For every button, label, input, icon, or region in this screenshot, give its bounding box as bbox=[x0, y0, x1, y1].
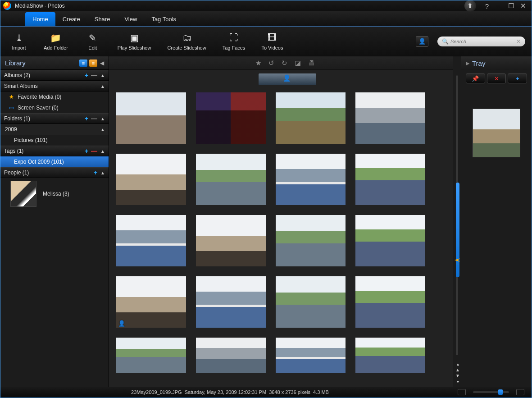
thumb[interactable] bbox=[196, 276, 266, 328]
thumb[interactable] bbox=[355, 154, 425, 205]
to-videos-label: To Videos bbox=[261, 45, 283, 50]
rotate-right-icon[interactable]: ↻ bbox=[282, 59, 287, 67]
thumb[interactable] bbox=[276, 154, 346, 205]
person-melissa[interactable]: Melissa (3) bbox=[0, 178, 109, 210]
clear-search-icon[interactable]: ✕ bbox=[516, 38, 521, 45]
scroll-down-icon[interactable]: ▼ bbox=[455, 373, 460, 378]
play-slideshow-button[interactable]: ▣Play Slideshow bbox=[114, 31, 155, 52]
menu-tag-tools[interactable]: Tag Tools bbox=[144, 12, 183, 26]
tray-thumbnail[interactable] bbox=[473, 109, 520, 157]
upload-icon[interactable]: ⬆ bbox=[464, 0, 476, 12]
close-button[interactable]: ✕ bbox=[520, 2, 526, 10]
menu-share[interactable]: Share bbox=[87, 12, 118, 26]
face-search-button[interactable]: 👤 bbox=[416, 36, 428, 47]
menu-view[interactable]: View bbox=[117, 12, 144, 26]
search-input[interactable] bbox=[450, 39, 516, 44]
collapse-sidebar-icon[interactable]: ◀ bbox=[100, 60, 104, 66]
chevron-up-icon: ▲ bbox=[100, 84, 105, 89]
thumb[interactable] bbox=[355, 92, 425, 144]
thumb[interactable] bbox=[196, 338, 266, 373]
status-filesize: 4.3 MB bbox=[313, 389, 329, 395]
thumb[interactable] bbox=[196, 154, 266, 205]
add-tag-icon[interactable]: + bbox=[85, 147, 88, 155]
thumb[interactable] bbox=[355, 338, 425, 373]
star-icon: ★ bbox=[8, 94, 15, 100]
thumb[interactable] bbox=[116, 338, 186, 373]
folders-label: Folders (1) bbox=[4, 115, 30, 122]
scroll-bottom-icon[interactable]: ▾ bbox=[457, 379, 459, 384]
remove-tag-icon[interactable]: — bbox=[91, 147, 97, 155]
tray-add-button[interactable]: + bbox=[508, 73, 527, 83]
compare-icon[interactable]: ◪ bbox=[295, 59, 301, 67]
fullscreen-icon[interactable] bbox=[516, 389, 524, 395]
albums-section[interactable]: Albums (2) +—▲ bbox=[0, 70, 109, 81]
print-icon[interactable]: 🖶 bbox=[308, 59, 315, 67]
thumb[interactable] bbox=[276, 215, 346, 266]
expand-tray-icon[interactable]: ▶ bbox=[466, 60, 469, 66]
tag-faces-icon: ⛶ bbox=[229, 32, 238, 43]
tray-pin-button[interactable]: 📌 bbox=[466, 73, 485, 83]
tags-section[interactable]: Tags (1) +—▲ bbox=[0, 146, 109, 156]
scroll-thumb[interactable] bbox=[456, 183, 459, 277]
scrollbar[interactable]: ▴ ▲ ▼ ▾ bbox=[453, 56, 461, 387]
film-icon: 🎞 bbox=[268, 32, 277, 43]
status-date: Saturday, May 23, 2009 12:02:31 PM bbox=[185, 389, 266, 395]
thumb[interactable] bbox=[355, 215, 425, 266]
sort-list-icon[interactable]: ≡ bbox=[79, 59, 87, 67]
edit-button[interactable]: ✎Edit bbox=[81, 31, 105, 52]
view-mode-icon[interactable] bbox=[458, 389, 466, 395]
favorite-media-item[interactable]: ★Favorite Media (0) bbox=[0, 91, 109, 102]
scroll-top-icon[interactable]: ▴ bbox=[457, 361, 459, 366]
chevron-up-icon: ▲ bbox=[100, 127, 105, 132]
partial-thumb[interactable] bbox=[259, 73, 316, 85]
screen-saver-item[interactable]: ▭Screen Saver (0) bbox=[0, 102, 109, 113]
folders-section[interactable]: Folders (1) +—▲ bbox=[0, 113, 109, 124]
minimize-button[interactable]: — bbox=[495, 2, 502, 10]
tag-faces-button[interactable]: ⛶Tag Faces bbox=[219, 31, 249, 52]
tray-title: Tray bbox=[472, 59, 485, 67]
thumb[interactable] bbox=[276, 92, 346, 144]
thumb[interactable] bbox=[196, 92, 266, 144]
menu-home[interactable]: Home bbox=[25, 12, 55, 26]
remove-folder-icon[interactable]: — bbox=[91, 115, 97, 122]
edit-label: Edit bbox=[88, 45, 97, 50]
zoom-slider[interactable] bbox=[473, 391, 509, 393]
add-person-icon[interactable]: + bbox=[94, 169, 97, 176]
thumb[interactable] bbox=[116, 154, 186, 205]
add-folder-icon[interactable]: + bbox=[85, 115, 88, 122]
chevron-up-icon: ▲ bbox=[100, 149, 105, 154]
tag-faces-label: Tag Faces bbox=[223, 45, 246, 50]
thumb[interactable] bbox=[116, 215, 186, 266]
add-folder-button[interactable]: 📁Add Folder bbox=[40, 31, 72, 52]
thumb[interactable] bbox=[116, 276, 186, 328]
thumb[interactable] bbox=[116, 92, 186, 144]
library-header: Library ≡ ≡ ◀ bbox=[0, 56, 109, 70]
thumb[interactable] bbox=[355, 276, 425, 328]
maximize-button[interactable]: ☐ bbox=[508, 2, 514, 10]
smart-albums-section[interactable]: Smart Albums ▲ bbox=[0, 81, 109, 91]
thumb[interactable] bbox=[276, 276, 346, 328]
people-section[interactable]: People (1) +▲ bbox=[0, 167, 109, 178]
search-box[interactable]: 🔍 ✕ bbox=[437, 37, 525, 46]
chevron-up-icon: ▲ bbox=[100, 116, 105, 121]
menu-create[interactable]: Create bbox=[55, 12, 87, 26]
help-button[interactable]: ? bbox=[485, 2, 489, 10]
thumb[interactable] bbox=[196, 215, 266, 266]
sort-tags-icon[interactable]: ≡ bbox=[89, 59, 97, 67]
title-bar: MediaShow - Photos ⬆ ? — ☐ ✕ bbox=[0, 0, 532, 11]
tray-remove-button[interactable]: ✕ bbox=[487, 73, 506, 83]
menu-bar: Home Create Share View Tag Tools bbox=[0, 11, 532, 27]
add-album-icon[interactable]: + bbox=[85, 72, 88, 79]
import-button[interactable]: ⤓Import bbox=[7, 31, 31, 52]
chevron-up-icon: ▲ bbox=[100, 170, 105, 175]
folder-2009[interactable]: 2009▲ bbox=[0, 124, 109, 135]
scroll-up-icon[interactable]: ▲ bbox=[455, 367, 460, 372]
tag-expo-oct-2009[interactable]: Expo Oct 2009 (101) bbox=[0, 156, 109, 167]
to-videos-button[interactable]: 🎞To Videos bbox=[258, 31, 286, 52]
rotate-left-icon[interactable]: ↺ bbox=[268, 59, 274, 67]
favorite-icon[interactable]: ★ bbox=[255, 59, 261, 67]
remove-album-icon[interactable]: — bbox=[91, 72, 97, 79]
thumb[interactable] bbox=[276, 338, 346, 373]
folder-pictures[interactable]: Pictures (101) bbox=[0, 135, 109, 146]
create-slideshow-button[interactable]: 🗂Create Slideshow bbox=[164, 31, 209, 52]
